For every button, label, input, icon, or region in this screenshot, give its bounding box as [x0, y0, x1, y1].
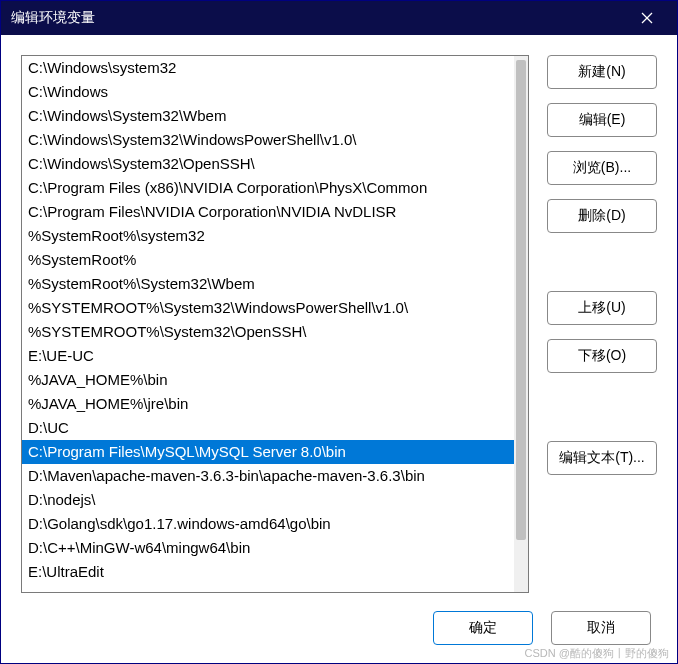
list-item[interactable]: D:\C++\MinGW-w64\mingw64\bin [22, 536, 514, 560]
cancel-button[interactable]: 取消 [551, 611, 651, 645]
browse-button[interactable]: 浏览(B)... [547, 151, 657, 185]
scrollbar-thumb[interactable] [516, 60, 526, 540]
list-item[interactable]: D:\nodejs\ [22, 488, 514, 512]
list-item[interactable]: %JAVA_HOME%\jre\bin [22, 392, 514, 416]
content-area: C:\Windows\system32C:\WindowsC:\Windows\… [1, 35, 677, 593]
list-item[interactable]: D:\UC [22, 416, 514, 440]
list-item[interactable]: D:\Golang\sdk\go1.17.windows-amd64\go\bi… [22, 512, 514, 536]
list-item[interactable]: D:\Maven\apache-maven-3.6.3-bin\apache-m… [22, 464, 514, 488]
close-icon [641, 12, 653, 24]
path-list-container: C:\Windows\system32C:\WindowsC:\Windows\… [21, 55, 529, 593]
delete-button[interactable]: 删除(D) [547, 199, 657, 233]
move-up-button[interactable]: 上移(U) [547, 291, 657, 325]
titlebar: 编辑环境变量 [1, 1, 677, 35]
dialog-footer: 确定 取消 [1, 593, 677, 663]
ok-button[interactable]: 确定 [433, 611, 533, 645]
side-buttons: 新建(N) 编辑(E) 浏览(B)... 删除(D) 上移(U) 下移(O) 编… [547, 55, 657, 593]
path-list[interactable]: C:\Windows\system32C:\WindowsC:\Windows\… [22, 56, 514, 592]
list-item[interactable]: %SystemRoot%\System32\Wbem [22, 272, 514, 296]
new-button[interactable]: 新建(N) [547, 55, 657, 89]
list-item[interactable]: C:\Program Files\NVIDIA Corporation\NVID… [22, 200, 514, 224]
move-down-button[interactable]: 下移(O) [547, 339, 657, 373]
list-item[interactable]: %JAVA_HOME%\bin [22, 368, 514, 392]
list-item[interactable]: E:\UltraEdit [22, 560, 514, 584]
window-title: 编辑环境变量 [11, 9, 627, 27]
list-item[interactable]: %SystemRoot%\system32 [22, 224, 514, 248]
list-item[interactable]: C:\Program Files (x86)\NVIDIA Corporatio… [22, 176, 514, 200]
list-item[interactable]: C:\Program Files\MySQL\MySQL Server 8.0\… [22, 440, 514, 464]
list-item[interactable]: C:\Windows\system32 [22, 56, 514, 80]
close-button[interactable] [627, 1, 667, 35]
list-item[interactable]: %SYSTEMROOT%\System32\OpenSSH\ [22, 320, 514, 344]
spacer [547, 247, 657, 277]
list-item[interactable]: C:\Windows\System32\OpenSSH\ [22, 152, 514, 176]
list-item[interactable]: %SystemRoot% [22, 248, 514, 272]
list-item[interactable]: %SYSTEMROOT%\System32\WindowsPowerShell\… [22, 296, 514, 320]
list-item[interactable]: C:\Windows [22, 80, 514, 104]
edit-text-button[interactable]: 编辑文本(T)... [547, 441, 657, 475]
vertical-scrollbar[interactable] [514, 56, 528, 592]
list-item[interactable]: C:\Windows\System32\Wbem [22, 104, 514, 128]
edit-button[interactable]: 编辑(E) [547, 103, 657, 137]
spacer [547, 387, 657, 427]
list-item[interactable]: E:\UE-UC [22, 344, 514, 368]
list-item[interactable]: C:\Windows\System32\WindowsPowerShell\v1… [22, 128, 514, 152]
